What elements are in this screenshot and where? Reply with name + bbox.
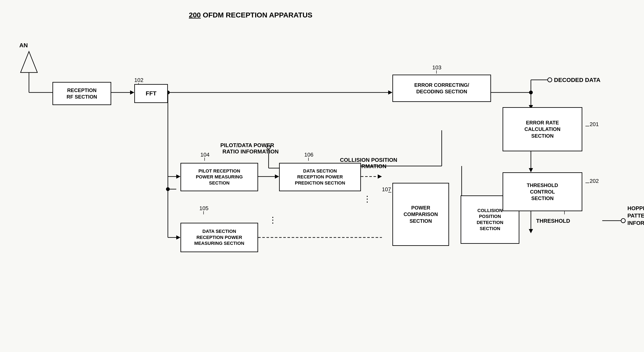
- error-rate-calc-block: ERROR RATECALCULATIONSECTION: [502, 107, 582, 151]
- svg-text:202: 202: [590, 178, 599, 184]
- svg-text:THRESHOLD: THRESHOLD: [536, 218, 570, 224]
- threshold-control-block: THRESHOLDCONTROLSECTION: [502, 172, 582, 211]
- svg-text:PILOT/DATA POWER: PILOT/DATA POWER: [220, 142, 274, 148]
- svg-text:HOPPING: HOPPING: [628, 205, 644, 211]
- svg-marker-8: [388, 90, 392, 95]
- svg-marker-6: [130, 90, 134, 95]
- error-correcting-block: ERROR CORRECTING/DECODING SECTION: [392, 75, 491, 102]
- pilot-power-block: PILOT RECEPTIONPOWER MEASURINGSECTION: [180, 163, 258, 191]
- svg-point-12: [548, 78, 552, 82]
- svg-marker-51: [529, 168, 533, 172]
- svg-text:102: 102: [134, 77, 143, 83]
- main-title: 200 OFDM RECEPTION APPARATUS: [189, 11, 312, 19]
- svg-point-24: [166, 187, 170, 191]
- svg-text:⋮: ⋮: [363, 194, 372, 204]
- svg-text:COLLISION POSITION: COLLISION POSITION: [340, 157, 397, 163]
- svg-text:INFORMATION: INFORMATION: [628, 220, 644, 226]
- svg-text:DECODED DATA: DECODED DATA: [554, 77, 600, 83]
- svg-point-53: [621, 219, 625, 223]
- svg-text:105: 105: [199, 205, 208, 211]
- svg-marker-49: [529, 229, 533, 233]
- svg-text:201: 201: [590, 121, 599, 127]
- svg-text:⋮: ⋮: [268, 215, 277, 224]
- svg-point-35: [267, 145, 270, 149]
- svg-marker-33: [275, 174, 279, 179]
- svg-text:107: 107: [382, 186, 391, 193]
- svg-text:AN: AN: [19, 42, 28, 49]
- data-prediction-block: DATA SECTIONRECEPTION POWERPREDICTION SE…: [279, 163, 361, 191]
- svg-text:103: 103: [432, 64, 441, 71]
- svg-point-10: [529, 91, 533, 94]
- svg-marker-41: [378, 174, 382, 179]
- fft-block: FFT: [134, 84, 168, 103]
- power-comparison-block: POWERCOMPARISONSECTION: [392, 183, 449, 246]
- svg-text:RATIO INFORMATION: RATIO INFORMATION: [222, 148, 279, 155]
- svg-marker-0: [20, 52, 37, 73]
- reception-rf-block: RECEPTIONRF SECTION: [52, 82, 111, 105]
- svg-marker-30: [176, 235, 180, 240]
- svg-marker-26: [176, 174, 180, 179]
- diagram-container: 200 OFDM RECEPTION APPARATUS AN DECODED …: [0, 0, 644, 352]
- svg-text:106: 106: [304, 151, 313, 158]
- data-power-measuring-block: DATA SECTIONRECEPTION POWERMEASURING SEC…: [180, 223, 258, 252]
- svg-text:PATTERN: PATTERN: [628, 213, 644, 219]
- svg-text:104: 104: [200, 151, 210, 158]
